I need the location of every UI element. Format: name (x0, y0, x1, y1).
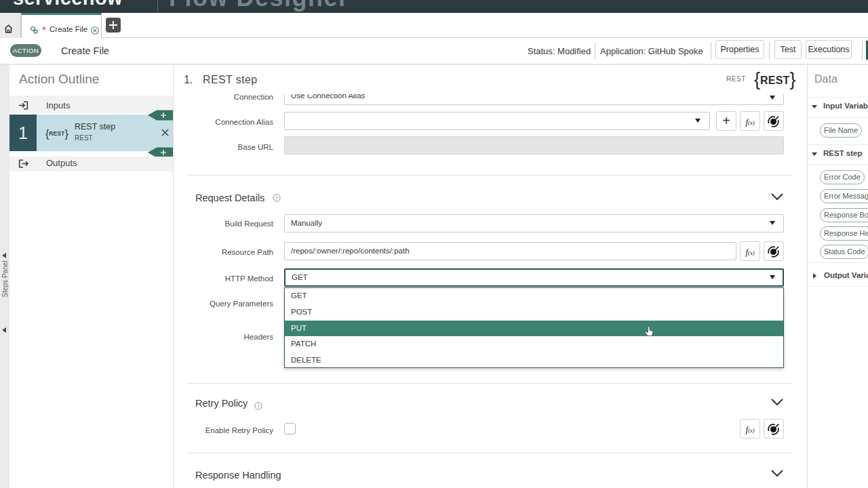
svg-text:?: ? (257, 403, 260, 409)
svg-text:?: ? (275, 195, 278, 201)
